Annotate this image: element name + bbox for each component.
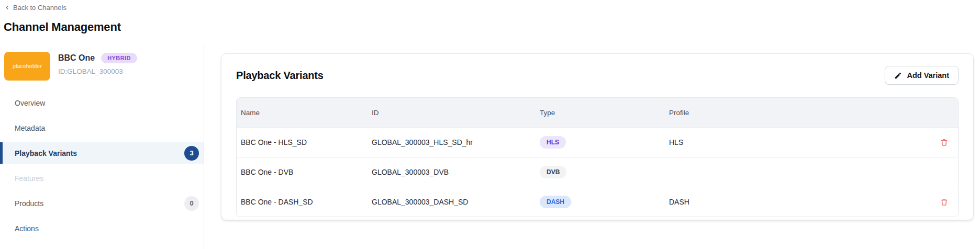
sidebar-item-label: Playback Variants <box>15 149 77 157</box>
add-variant-button[interactable]: Add Variant <box>885 66 959 85</box>
table-body: BBC One - HLS_SD GLOBAL_300003_HLS_SD_hr… <box>237 127 958 217</box>
variant-profile-cell: DASH <box>665 198 917 206</box>
channel-type-badge: HYBRID <box>101 53 137 63</box>
thumbnail-placeholder-label: placeholder <box>13 63 42 69</box>
channel-id: ID:GLOBAL_300003 <box>58 67 137 75</box>
delete-variant-button[interactable] <box>939 137 950 148</box>
channel-header: placeholder BBC One HYBRID ID:GLOBAL_300… <box>0 52 204 81</box>
sidebar-item-label: Overview <box>15 99 45 107</box>
sidebar-item-label: Actions <box>15 224 39 233</box>
sidebar-item-count-badge: 3 <box>184 146 199 161</box>
delete-variant-button[interactable] <box>939 196 950 208</box>
variant-name-cell: BBC One - HLS_SD <box>237 138 368 146</box>
content-area: placeholder BBC One HYBRID ID:GLOBAL_300… <box>0 43 980 249</box>
variant-type-cell: DVB <box>536 166 665 178</box>
channel-thumbnail: placeholder <box>4 52 50 81</box>
trash-icon <box>940 138 949 147</box>
variant-type-badge: HLS <box>540 136 566 149</box>
page-title: Channel Management <box>4 20 980 34</box>
variant-actions-cell <box>917 196 958 208</box>
channel-name: BBC One <box>58 53 95 63</box>
variant-name-cell: BBC One - DASH_SD <box>237 198 368 206</box>
variant-actions-cell <box>917 166 958 178</box>
sidebar-nav: Overview Metadata Playback Variants 3 Fe… <box>0 92 204 239</box>
variant-type-cell: DASH <box>536 196 665 208</box>
column-header-type: Type <box>536 109 665 117</box>
chevron-left-icon <box>4 5 10 10</box>
column-header-id: ID <box>368 109 536 117</box>
sidebar-item-label: Metadata <box>15 124 45 132</box>
variant-type-badge: DVB <box>540 166 566 178</box>
column-header-profile: Profile <box>665 109 917 117</box>
playback-variants-panel: Playback Variants Add Variant Name ID Ty… <box>221 53 974 220</box>
sidebar-item-overview[interactable]: Overview <box>0 92 204 114</box>
variant-id-cell: GLOBAL_300003_HLS_SD_hr <box>368 138 536 146</box>
trash-icon <box>940 197 949 207</box>
variant-row: BBC One - DVB GLOBAL_300003_DVB DVB <box>237 157 958 187</box>
variant-row: BBC One - DASH_SD GLOBAL_300003_DASH_SD … <box>237 187 958 217</box>
variant-row: BBC One - HLS_SD GLOBAL_300003_HLS_SD_hr… <box>237 127 958 157</box>
main-area: Playback Variants Add Variant Name ID Ty… <box>204 43 980 249</box>
variant-id-cell: GLOBAL_300003_DASH_SD <box>368 198 536 206</box>
sidebar-item-playback-variants[interactable]: Playback Variants 3 <box>0 142 204 164</box>
sidebar-item-products[interactable]: Products 0 <box>0 193 204 214</box>
back-link-label: Back to Channels <box>13 4 66 12</box>
panel-header: Playback Variants Add Variant <box>236 66 959 85</box>
sidebar-item-actions[interactable]: Actions <box>0 218 204 239</box>
channel-management-page: Back to Channels Channel Management plac… <box>0 0 980 249</box>
sidebar-item-label: Products <box>15 199 43 208</box>
channel-sidebar: placeholder BBC One HYBRID ID:GLOBAL_300… <box>0 43 204 249</box>
sidebar-item-label: Features <box>15 174 43 183</box>
variant-type-cell: HLS <box>536 136 665 149</box>
channel-meta: BBC One HYBRID ID:GLOBAL_300003 <box>58 52 137 75</box>
sidebar-item-metadata[interactable]: Metadata <box>0 117 204 139</box>
variants-table: Name ID Type Profile BBC One - HLS_SD GL… <box>236 97 959 217</box>
variant-id-cell: GLOBAL_300003_DVB <box>368 168 536 176</box>
sidebar-item-features: Features <box>0 167 204 189</box>
sidebar-item-count-badge: 0 <box>184 196 199 211</box>
panel-title: Playback Variants <box>236 70 324 82</box>
variant-name-cell: BBC One - DVB <box>237 168 368 176</box>
column-header-name: Name <box>237 109 368 117</box>
add-variant-label: Add Variant <box>907 71 949 80</box>
variant-type-badge: DASH <box>540 196 571 208</box>
pencil-icon <box>894 72 902 80</box>
table-header-row: Name ID Type Profile <box>237 98 958 127</box>
variant-profile-cell: HLS <box>665 138 917 146</box>
back-to-channels-link[interactable]: Back to Channels <box>4 4 66 12</box>
variant-actions-cell <box>917 137 958 148</box>
